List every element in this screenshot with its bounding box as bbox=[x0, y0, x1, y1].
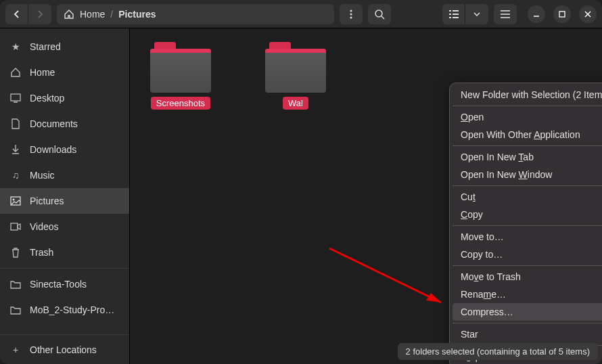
document-icon bbox=[9, 118, 22, 129]
menu-item-label: Cut bbox=[461, 191, 476, 202]
menu-item[interactable]: OpenReturn bbox=[453, 108, 602, 126]
menu-separator bbox=[453, 185, 602, 186]
folder-icon bbox=[9, 305, 22, 315]
menu-separator bbox=[453, 106, 602, 106]
sidebar-item-label: Music bbox=[30, 170, 55, 181]
menu-separator bbox=[453, 145, 602, 146]
svg-rect-5 bbox=[449, 10, 451, 12]
menu-item[interactable]: Copy to… bbox=[453, 246, 602, 263]
hamburger-icon bbox=[501, 10, 510, 18]
menu-item[interactable]: Rename…F2 bbox=[453, 286, 602, 303]
menu-separator bbox=[453, 323, 602, 323]
menu-item-label: Copy to… bbox=[461, 249, 503, 260]
trash-icon bbox=[9, 247, 22, 258]
sidebar-item-trash[interactable]: Trash bbox=[0, 240, 129, 265]
folder-wallpapers[interactable]: Wal bbox=[265, 42, 326, 110]
pathbar[interactable]: Home / Pictures bbox=[57, 4, 334, 24]
menu-item-label: Rename… bbox=[461, 289, 506, 300]
sidebar-item-pictures[interactable]: Pictures bbox=[0, 188, 129, 214]
chevron-right-icon bbox=[37, 9, 43, 19]
desktop-icon bbox=[9, 93, 22, 103]
menu-item-label: Open In New Tab bbox=[461, 152, 534, 162]
search-icon bbox=[374, 9, 385, 20]
sidebar-item-home[interactable]: Home bbox=[0, 60, 129, 85]
content-area[interactable]: Screenshots Wal New Folder with Selectio… bbox=[130, 28, 602, 364]
menu-item-label: Compress… bbox=[461, 306, 513, 317]
sidebar-item-documents[interactable]: Documents bbox=[0, 111, 129, 137]
menu-item[interactable]: Move to TrashDelete bbox=[453, 268, 602, 286]
context-menu: New Folder with Selection (2 Items)OpenR… bbox=[449, 83, 602, 364]
view-mode-group bbox=[442, 4, 488, 24]
sidebar-item-label: Documents bbox=[30, 118, 78, 129]
svg-rect-22 bbox=[11, 223, 18, 230]
forward-button[interactable] bbox=[28, 4, 51, 24]
videos-icon bbox=[9, 223, 22, 231]
nav-buttons bbox=[5, 4, 51, 24]
path-current[interactable]: Pictures bbox=[118, 9, 156, 20]
svg-rect-8 bbox=[453, 14, 459, 15]
menu-item[interactable]: Star bbox=[453, 325, 602, 343]
menu-item[interactable]: Open With Other Application bbox=[453, 126, 602, 143]
menu-item-label: Move to Trash bbox=[461, 271, 521, 282]
minimize-icon bbox=[533, 11, 540, 18]
list-icon bbox=[449, 10, 459, 18]
close-icon bbox=[584, 11, 591, 18]
sidebar-item-label: Desktop bbox=[30, 93, 64, 104]
sidebar-item-label: Downloads bbox=[30, 144, 76, 155]
folder-screenshots[interactable]: Screenshots bbox=[150, 42, 211, 110]
menu-item-label: Star bbox=[461, 329, 478, 340]
menu-item[interactable]: Compress… bbox=[453, 303, 602, 321]
sidebar-item-videos[interactable]: Videos bbox=[0, 214, 129, 240]
close-button[interactable] bbox=[579, 5, 597, 23]
sidebar-item-music[interactable]: ♫ Music bbox=[0, 162, 129, 188]
sidebar-item-label: Pictures bbox=[30, 196, 64, 206]
download-icon bbox=[9, 144, 22, 155]
view-dropdown-button[interactable] bbox=[465, 4, 488, 24]
search-button[interactable] bbox=[368, 4, 391, 24]
window-controls bbox=[528, 5, 597, 23]
home-icon bbox=[64, 9, 74, 20]
menu-separator bbox=[453, 225, 602, 226]
menu-item[interactable]: CopyCtrl+C bbox=[453, 206, 602, 223]
sidebar-other-locations[interactable]: + Other Locations bbox=[0, 334, 129, 364]
sidebar-item-label: Other Locations bbox=[30, 344, 97, 355]
svg-point-2 bbox=[350, 16, 352, 18]
menu-item-label: New Folder with Selection (2 Items) bbox=[461, 89, 602, 100]
titlebar: Home / Pictures bbox=[0, 0, 602, 28]
menu-item[interactable]: Open In New WindowShift+Return bbox=[453, 166, 602, 183]
sidebar-bookmark-sinecta[interactable]: Sinecta-Tools bbox=[0, 271, 129, 297]
home-icon bbox=[9, 67, 22, 78]
svg-point-1 bbox=[350, 13, 352, 15]
folder-icon bbox=[150, 42, 211, 93]
svg-rect-9 bbox=[449, 17, 451, 18]
minimize-button[interactable] bbox=[528, 5, 545, 23]
menu-item[interactable]: Open In New TabCtrl+Return bbox=[453, 148, 602, 166]
svg-rect-10 bbox=[453, 17, 459, 18]
svg-line-4 bbox=[381, 16, 384, 19]
sidebar-item-desktop[interactable]: Desktop bbox=[0, 85, 129, 111]
menu-item-label: Move to… bbox=[461, 231, 504, 242]
file-manager-window: Home / Pictures bbox=[0, 0, 602, 364]
sidebar: ★ Starred Home Desktop Documents Downloa… bbox=[0, 28, 130, 364]
sidebar-item-downloads[interactable]: Downloads bbox=[0, 137, 129, 162]
sidebar-item-label: Starred bbox=[30, 41, 61, 52]
menu-item-label: Open With Other Application bbox=[461, 129, 580, 140]
maximize-button[interactable] bbox=[553, 5, 571, 23]
sidebar-item-label: Sinecta-Tools bbox=[30, 279, 87, 290]
list-view-button[interactable] bbox=[442, 4, 465, 24]
menu-item[interactable]: Move to… bbox=[453, 228, 602, 246]
svg-rect-15 bbox=[559, 12, 565, 17]
menu-item[interactable]: CutCtrl+X bbox=[453, 188, 602, 206]
path-home[interactable]: Home bbox=[80, 9, 105, 20]
body: ★ Starred Home Desktop Documents Downloa… bbox=[0, 28, 602, 364]
sidebar-item-label: Trash bbox=[30, 247, 53, 258]
sidebar-item-label: Videos bbox=[30, 221, 59, 232]
sidebar-item-starred[interactable]: ★ Starred bbox=[0, 34, 129, 60]
sidebar-bookmark-mob[interactable]: MoB_2-Study-Pro… bbox=[0, 297, 129, 323]
star-icon: ★ bbox=[9, 41, 22, 52]
kebab-menu-button[interactable] bbox=[340, 4, 363, 24]
hamburger-menu-button[interactable] bbox=[494, 4, 517, 24]
back-button[interactable] bbox=[5, 4, 28, 24]
menu-item[interactable]: New Folder with Selection (2 Items) bbox=[453, 86, 602, 104]
sidebar-separator bbox=[0, 268, 129, 269]
